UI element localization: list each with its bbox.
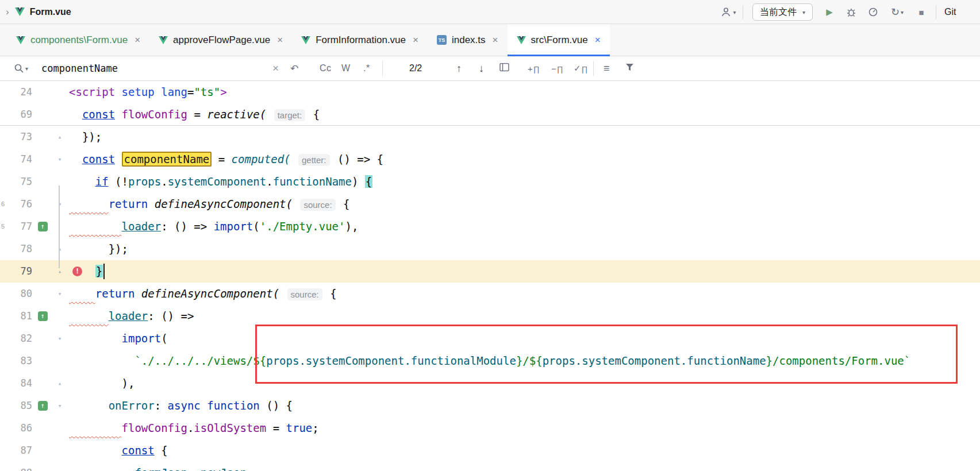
gutter-space [32, 260, 53, 283]
code-line-69[interactable]: 69 const flowConfig = reactive( target: … [0, 103, 980, 126]
implementing-member-icon[interactable]: ↑ [32, 395, 53, 417]
fold-start-icon[interactable]: ▾ [53, 283, 67, 305]
code-line-88[interactable]: 88 formJson: newJson, [0, 462, 980, 471]
match-case-toggle[interactable]: Cc [320, 63, 332, 74]
select-all-occurrences-icon[interactable]: ✓∏ [574, 63, 587, 74]
code-token: systemComponent [168, 175, 267, 188]
code-line-79[interactable]: 79▴! } [0, 260, 980, 283]
filter-icon[interactable] [625, 63, 634, 74]
edge-mark [0, 327, 8, 350]
whole-words-toggle[interactable]: W [341, 63, 351, 74]
add-occurrence-icon[interactable]: +∏ [528, 64, 539, 74]
search-icon[interactable]: ▾ [14, 63, 28, 74]
gutter-space [32, 327, 53, 350]
code-line-78[interactable]: 78▴ }); [0, 238, 980, 260]
breadcrumb-chevron-icon[interactable]: › [6, 6, 9, 18]
code-line-85[interactable]: 85↑▾ onError: async function () { [0, 395, 980, 417]
line-number: 87 [8, 439, 32, 462]
code-line-77[interactable]: 577↑ loader: () => import('./Empty.vue')… [0, 215, 980, 238]
edge-mark [0, 260, 8, 283]
code-line-87[interactable]: 87 const { [0, 439, 980, 462]
fold-space [53, 305, 67, 327]
close-icon[interactable]: × [134, 34, 140, 46]
tab-components-form-vue[interactable]: components\Form.vue × [7, 24, 149, 56]
code-token: import [122, 332, 162, 345]
code-token [69, 422, 122, 434]
line-number: 83 [8, 350, 32, 372]
error-icon[interactable]: ! [72, 267, 82, 276]
fold-start-icon[interactable]: ▾ [53, 395, 67, 417]
gutter-scope-line [59, 186, 60, 268]
run-button[interactable]: ▶ [818, 0, 840, 24]
git-widget[interactable]: Git [944, 7, 956, 17]
separator [936, 5, 936, 19]
search-input[interactable]: componentName [41, 63, 118, 74]
close-icon[interactable]: × [413, 34, 418, 46]
code-line-84[interactable]: 84▴ ), [0, 372, 980, 395]
line-number: 85 [8, 395, 32, 417]
open-in-tool-window-icon[interactable] [499, 63, 509, 74]
fold-end-icon[interactable]: ▴ [53, 372, 67, 395]
run-config-selector[interactable]: 当前文件 ▾ [752, 3, 813, 21]
code-line-76[interactable]: 676▾ return defineAsyncComponent( source… [0, 193, 980, 215]
code-token: if [95, 175, 109, 188]
code-token [69, 220, 122, 233]
code-token: = [187, 108, 207, 121]
fold-space [53, 103, 67, 125]
filter-lines-icon[interactable]: ≡ [604, 63, 610, 75]
gutter-space [32, 238, 53, 260]
code-token: "ts" [194, 86, 220, 98]
code-token [279, 287, 286, 300]
clear-search-icon[interactable]: × [272, 62, 279, 75]
code-line-81[interactable]: 81↑ loader: () => [0, 305, 980, 327]
user-icon[interactable]: ▾ [717, 0, 739, 24]
stop-button[interactable]: ■ [910, 0, 932, 24]
editor[interactable]: 24<script setup lang="ts">69 const flowC… [0, 81, 980, 471]
code-line-82[interactable]: 82▾ import( [0, 327, 980, 350]
profiler-icon[interactable] [862, 0, 884, 24]
tab-src-form-vue[interactable]: src\Form.vue × [508, 24, 610, 56]
code-line-74[interactable]: 74▾ const componentName = computed( gett… [0, 148, 980, 171]
close-icon[interactable]: × [493, 34, 498, 46]
fold-end-icon[interactable]: ▴ [53, 260, 67, 283]
fold-end-icon[interactable]: ▴ [53, 126, 67, 148]
tab-approveflowpage-vue[interactable]: approveFlowPage.vue × [149, 24, 292, 56]
rerun-button[interactable]: ↻ ▾ [884, 0, 910, 24]
gutter-space [32, 103, 53, 125]
tab-label: components\Form.vue [30, 34, 128, 46]
newline-icon[interactable]: ↶ [290, 63, 298, 75]
search-match: componentName [122, 152, 212, 167]
code-token: onError [109, 399, 155, 412]
code-line-83[interactable]: 83 `./../../../views/${props.systemCompo… [0, 350, 980, 372]
code-line-80[interactable]: 80▾ return defineAsyncComponent( source:… [0, 283, 980, 305]
code-line-73[interactable]: 73▴ }); [0, 126, 980, 148]
code-token: ${ [529, 354, 543, 367]
implementing-member-icon[interactable]: ↑ [32, 215, 53, 238]
implementing-member-icon[interactable]: ↑ [32, 305, 53, 327]
tab-forminformation-vue[interactable]: FormInformation.vue × [292, 24, 428, 56]
fold-start-icon[interactable]: ▾ [53, 148, 67, 171]
next-match-icon[interactable]: ↓ [479, 63, 484, 75]
code-line-24[interactable]: 24<script setup lang="ts"> [0, 81, 980, 103]
code-token: : () => [161, 220, 214, 233]
code-text: const { [67, 439, 168, 462]
remove-occurrence-icon[interactable]: −∏ [551, 64, 563, 74]
vue-file-icon [301, 36, 310, 44]
fold-start-icon[interactable]: ▾ [53, 327, 67, 350]
regex-toggle[interactable]: .* [363, 63, 370, 74]
fold-end-icon[interactable]: ▴ [53, 238, 67, 260]
code-token: }/ [516, 354, 529, 367]
fold-start-icon[interactable]: ▾ [53, 193, 67, 215]
code-line-86[interactable]: 86 flowConfig.isOldSystem = true; [0, 417, 980, 439]
close-icon[interactable]: × [277, 34, 283, 46]
code-line-75[interactable]: 75 if (!props.systemComponent.functionNa… [0, 171, 980, 193]
code-text: }); [67, 126, 102, 148]
previous-match-icon[interactable]: ↑ [456, 63, 462, 75]
close-icon[interactable]: × [595, 34, 601, 46]
tab-index-ts[interactable]: TS index.ts × [428, 24, 508, 56]
code-token: computed( [232, 153, 291, 165]
edge-mark [0, 372, 8, 395]
edge-mark [0, 417, 8, 439]
code-token [69, 198, 109, 210]
debug-button[interactable] [840, 0, 862, 24]
